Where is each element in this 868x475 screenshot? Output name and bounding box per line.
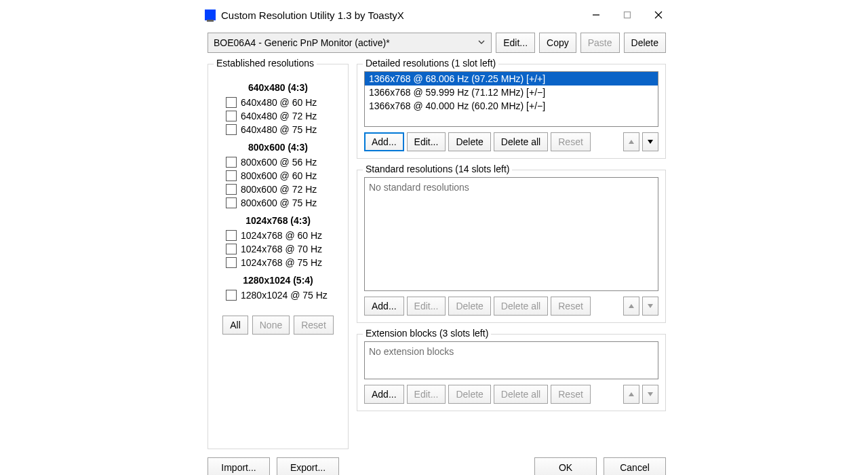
monitor-row: BOE06A4 - Generic PnP Monitor (active)* … [208, 33, 666, 53]
established-item-label: 1024x768 @ 60 Hz [241, 230, 322, 241]
app-window: Custom Resolution Utility 1.3 by ToastyX… [199, 3, 674, 475]
detailed-listbox[interactable]: 1366x768 @ 68.006 Hz (97.25 MHz) [+/+]13… [364, 71, 658, 127]
detailed-row[interactable]: 1366x768 @ 40.000 Hz (60.20 MHz) [+/−] [365, 99, 658, 113]
detailed-row[interactable]: 1366x768 @ 59.999 Hz (71.12 MHz) [+/−] [365, 86, 658, 99]
app-icon [205, 10, 216, 20]
extension-placeholder: No extension blocks [369, 346, 454, 357]
checkbox[interactable] [226, 244, 237, 254]
established-item: 800x600 @ 72 Hz [226, 184, 338, 195]
established-none-button[interactable]: None [252, 316, 290, 335]
extension-move-down-button[interactable] [642, 385, 658, 404]
established-list: 640x480 (4:3)640x480 @ 60 Hz640x480 @ 72… [215, 71, 341, 306]
established-item: 1280x1024 @ 75 Hz [226, 290, 338, 301]
extension-add-button[interactable]: Add... [364, 385, 404, 404]
maximize-button[interactable] [612, 4, 643, 26]
established-item: 800x600 @ 60 Hz [226, 170, 338, 181]
established-item-label: 800x600 @ 75 Hz [241, 197, 317, 208]
standard-move-up-button[interactable] [623, 297, 639, 316]
checkbox[interactable] [226, 157, 237, 168]
standard-edit-button[interactable]: Edit... [407, 297, 446, 316]
client-area: BOE06A4 - Generic PnP Monitor (active)* … [199, 27, 674, 475]
detailed-edit-button[interactable]: Edit... [407, 132, 446, 151]
close-button[interactable] [643, 4, 674, 26]
established-item: 640x480 @ 60 Hz [226, 97, 338, 108]
established-item: 640x480 @ 75 Hz [226, 124, 338, 135]
extension-group: Extension blocks (3 slots left) No exten… [357, 334, 666, 411]
monitor-select-text: BOE06A4 - Generic PnP Monitor (active)* [214, 37, 390, 48]
export-button[interactable]: Export... [277, 457, 339, 475]
established-reset-button[interactable]: Reset [294, 316, 334, 335]
established-item-label: 640x480 @ 75 Hz [241, 124, 317, 135]
extension-label: Extension blocks (3 slots left) [363, 328, 491, 339]
detailed-move-down-button[interactable] [642, 132, 658, 151]
extension-edit-button[interactable]: Edit... [407, 385, 446, 404]
checkbox[interactable] [226, 97, 237, 108]
standard-listbox[interactable]: No standard resolutions [364, 177, 658, 291]
established-item: 640x480 @ 72 Hz [226, 111, 338, 121]
monitor-select[interactable]: BOE06A4 - Generic PnP Monitor (active)* [208, 33, 492, 53]
extension-delete-all-button[interactable]: Delete all [494, 385, 548, 404]
checkbox[interactable] [226, 184, 237, 195]
established-item-label: 640x480 @ 60 Hz [241, 97, 317, 108]
minimize-button[interactable] [580, 4, 612, 26]
cancel-button[interactable]: Cancel [604, 457, 666, 475]
standard-delete-all-button[interactable]: Delete all [494, 297, 548, 316]
established-item-label: 1024x768 @ 70 Hz [241, 244, 322, 254]
standard-move-down-button[interactable] [642, 297, 658, 316]
established-label: Established resolutions [214, 58, 317, 69]
checkbox[interactable] [226, 290, 237, 301]
standard-placeholder: No standard resolutions [369, 182, 469, 193]
window-title: Custom Resolution Utility 1.3 by ToastyX [221, 10, 404, 21]
delete-monitor-button[interactable]: Delete [624, 33, 666, 53]
detailed-delete-all-button[interactable]: Delete all [494, 132, 548, 151]
standard-group: Standard resolutions (14 slots left) No … [357, 170, 666, 323]
established-item: 800x600 @ 75 Hz [226, 197, 338, 208]
established-item: 1024x768 @ 70 Hz [226, 244, 338, 254]
established-item: 800x600 @ 56 Hz [226, 157, 338, 168]
established-item: 1024x768 @ 75 Hz [226, 257, 338, 268]
detailed-label: Detailed resolutions (1 slot left) [363, 58, 498, 69]
ok-button[interactable]: OK [534, 457, 597, 475]
established-item-label: 1024x768 @ 75 Hz [241, 257, 322, 268]
established-item-label: 1280x1024 @ 75 Hz [241, 290, 328, 301]
detailed-add-button[interactable]: Add... [364, 132, 404, 151]
established-group-header: 640x480 (4:3) [218, 82, 338, 93]
checkbox[interactable] [226, 111, 237, 121]
detailed-row[interactable]: 1366x768 @ 68.006 Hz (97.25 MHz) [+/+] [365, 72, 658, 86]
established-group: Established resolutions 640x480 (4:3)640… [208, 64, 349, 449]
checkbox[interactable] [226, 230, 237, 241]
established-item: 1024x768 @ 60 Hz [226, 230, 338, 241]
svg-rect-1 [625, 12, 631, 18]
detailed-move-up-button[interactable] [623, 132, 639, 151]
checkbox[interactable] [226, 170, 237, 181]
standard-delete-button[interactable]: Delete [448, 297, 490, 316]
extension-reset-button[interactable]: Reset [551, 385, 591, 404]
titlebar: Custom Resolution Utility 1.3 by ToastyX [199, 3, 674, 27]
paste-button[interactable]: Paste [580, 33, 620, 53]
established-group-header: 800x600 (4:3) [218, 142, 338, 153]
import-button[interactable]: Import... [208, 457, 270, 475]
checkbox[interactable] [226, 257, 237, 268]
established-item-label: 640x480 @ 72 Hz [241, 111, 317, 121]
extension-delete-button[interactable]: Delete [448, 385, 490, 404]
edit-monitor-button[interactable]: Edit... [496, 33, 535, 53]
standard-add-button[interactable]: Add... [364, 297, 404, 316]
extension-listbox[interactable]: No extension blocks [364, 341, 658, 379]
established-item-label: 800x600 @ 56 Hz [241, 157, 317, 168]
established-all-button[interactable]: All [222, 316, 248, 335]
standard-reset-button[interactable]: Reset [551, 297, 591, 316]
established-group-header: 1280x1024 (5:4) [218, 275, 338, 286]
extension-move-up-button[interactable] [623, 385, 639, 404]
detailed-reset-button[interactable]: Reset [551, 132, 591, 151]
standard-label: Standard resolutions (14 slots left) [363, 164, 512, 174]
established-item-label: 800x600 @ 60 Hz [241, 170, 317, 181]
established-group-header: 1024x768 (4:3) [218, 215, 338, 226]
copy-button[interactable]: Copy [539, 33, 576, 53]
detailed-group: Detailed resolutions (1 slot left) 1366x… [357, 64, 666, 159]
checkbox[interactable] [226, 197, 237, 208]
chevron-down-icon [477, 37, 486, 48]
checkbox[interactable] [226, 124, 237, 135]
detailed-delete-button[interactable]: Delete [448, 132, 490, 151]
footer: Import... Export... OK Cancel [208, 457, 666, 475]
established-item-label: 800x600 @ 72 Hz [241, 184, 317, 195]
